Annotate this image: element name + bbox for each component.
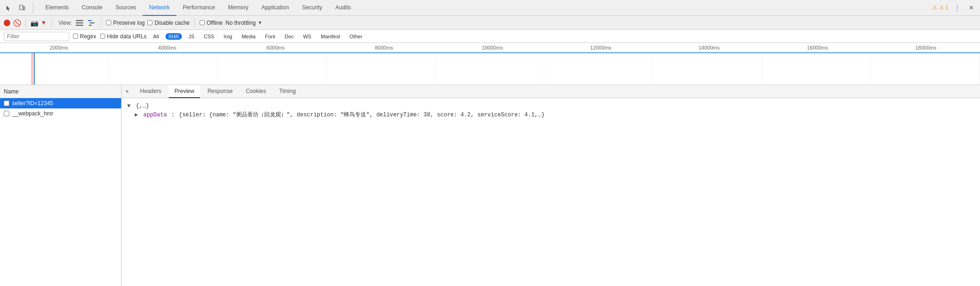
filter-other-btn[interactable]: Other [347,33,366,40]
timeline-label-7: 16000ms [763,43,872,52]
file-list: Name seller?ID=12345 __webpack_hmr [0,85,122,286]
grid-cell-3 [327,52,436,85]
separator2 [51,19,52,27]
close-detail-button[interactable]: × [125,88,129,95]
main-area: Name seller?ID=12345 __webpack_hmr × Hea… [0,85,980,286]
filter-media-btn[interactable]: Media [239,33,259,40]
preserve-log-label[interactable]: Preserve log [106,20,144,26]
tab-bar-right: ⚠ ⚠ 1 ⋮ ✕ [932,3,976,13]
detail-tab-headers[interactable]: Headers [135,85,167,98]
file-checkbox-seller[interactable] [4,100,9,106]
grid-cell-1 [109,52,218,85]
cursor-icon[interactable] [4,3,14,13]
timeline-labels: 2000ms 4000ms 6000ms 8000ms 10000ms 1200… [0,43,980,52]
filter-js-btn[interactable]: JS [186,33,197,40]
offline-checkbox[interactable] [200,20,205,25]
tab-security[interactable]: Security [295,0,329,16]
separator [25,19,26,27]
more-options-icon[interactable]: ⋮ [952,3,962,13]
timeline-grid [0,52,980,85]
svg-rect-0 [20,5,23,10]
file-list-header: Name [0,85,121,98]
warning-badge: ⚠ ⚠ 1 [932,5,948,11]
file-item-seller[interactable]: seller?ID=12345 [0,98,121,108]
record-button[interactable] [4,20,10,26]
tab-console[interactable]: Console [75,0,109,16]
detail-tab-timing[interactable]: Timing [274,85,302,98]
timeline-chart[interactable] [0,52,980,85]
filter-bar: Regex Hide data URLs All XHR JS CSS Img … [0,30,980,43]
filter-doc-btn[interactable]: Doc [282,33,297,40]
detail-tab-cookies[interactable]: Cookies [240,85,272,98]
tab-memory[interactable]: Memory [222,0,255,16]
filter-manifest-btn[interactable]: Manifest [318,33,343,40]
list-view-icon[interactable] [75,18,84,28]
filter-font-btn[interactable]: Font [262,33,278,40]
svg-rect-4 [76,25,83,26]
hide-data-urls-label[interactable]: Hide data URLs [100,33,147,40]
timeline-label-1: 4000ms [113,43,222,52]
waterfall-view-icon[interactable] [87,18,96,28]
tab-application[interactable]: Application [255,0,295,16]
hide-data-urls-checkbox[interactable] [100,34,105,39]
timeline-label-3: 8000ms [330,43,438,52]
filter-img-btn[interactable]: Img [221,33,235,40]
timeline-blue-marker [34,52,35,85]
json-root-brace: {,…} [136,103,149,109]
tab-sources[interactable]: Sources [109,0,143,16]
throttle-dropdown-icon[interactable]: ▼ [258,20,262,25]
svg-rect-1 [23,7,25,10]
separator3 [101,19,101,27]
throttle-value: No throttling [225,20,256,26]
filter-ws-btn[interactable]: WS [300,33,314,40]
separator4 [195,19,195,27]
clear-button[interactable]: 🚫 [13,19,21,27]
regex-label[interactable]: Regex [73,33,96,40]
timeline-blue-line [0,52,980,53]
filter-icon[interactable]: ▼ [41,19,47,26]
svg-rect-5 [88,20,92,21]
grid-cell-4 [436,52,545,85]
timeline-label-6: 14000ms [655,43,764,52]
throttle-select[interactable]: No throttling ▼ [225,20,262,26]
json-root-toggle[interactable]: ▼ [127,103,130,109]
devtools-icons [4,3,33,13]
tab-audits[interactable]: Audits [329,0,357,16]
json-appdata-colon: : [171,112,174,118]
timeline-label-5: 12000ms [547,43,655,52]
grid-cell-8 [871,52,980,85]
tab-elements[interactable]: Elements [39,0,75,16]
grid-cell-0 [0,52,109,85]
json-appdata-line: ▶ appData : {seller: {name: "粥品香坊（回龙观）",… [127,111,974,120]
grid-cell-7 [762,52,871,85]
close-devtools-button[interactable]: ✕ [966,3,976,13]
svg-rect-2 [76,20,83,21]
grid-cell-2 [218,52,327,85]
tab-performance[interactable]: Performance [176,0,222,16]
tab-network[interactable]: Network [143,0,176,16]
filter-input[interactable] [4,32,69,41]
filter-xhr-btn[interactable]: XHR [166,33,182,40]
disable-cache-checkbox[interactable] [147,20,152,25]
filter-css-btn[interactable]: CSS [201,33,217,40]
offline-label[interactable]: Offline [200,20,223,26]
detail-tab-response[interactable]: Response [202,85,238,98]
network-toolbar: 🚫 📷 ▼ View: Preserve log Disable cache O… [0,16,980,30]
json-appdata-toggle[interactable]: ▶ [135,112,138,118]
detail-content: ▼ {,…} ▶ appData : {seller: {name: "粥品香坊… [122,98,980,286]
file-item-webpack[interactable]: __webpack_hmr [0,108,121,119]
json-appdata-value: {seller: {name: "粥品香坊（回龙观）", description… [179,112,545,118]
preserve-log-checkbox[interactable] [106,20,111,25]
timeline: 2000ms 4000ms 6000ms 8000ms 10000ms 1200… [0,43,980,85]
timeline-label-0: 2000ms [5,43,113,52]
device-icon[interactable] [17,3,27,13]
detail-tab-preview[interactable]: Preview [169,85,200,98]
disable-cache-label[interactable]: Disable cache [147,20,189,26]
filter-all-btn[interactable]: All [150,33,161,40]
camera-icon[interactable]: 📷 [30,19,38,27]
view-label: View: [58,20,72,26]
regex-checkbox[interactable] [73,34,78,39]
file-checkbox-webpack[interactable] [4,111,9,116]
detail-panel: × Headers Preview Response Cookies Timin… [122,85,980,286]
timeline-label-8: 18000ms [872,43,980,52]
